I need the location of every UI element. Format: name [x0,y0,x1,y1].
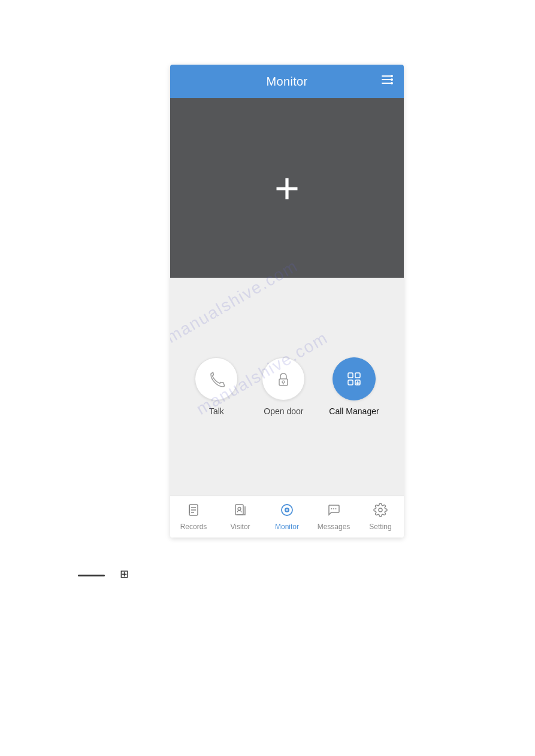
app-header: Monitor [170,65,404,98]
svg-point-19 [286,509,288,511]
setting-icon [373,503,388,521]
call-manager-label: Call Manager [329,406,379,416]
bottom-nav: Records Visitor [170,496,404,538]
nav-monitor[interactable]: Monitor [264,496,310,538]
nav-setting[interactable]: Setting [357,496,404,538]
records-label: Records [180,523,207,531]
svg-rect-15 [235,505,243,515]
messages-icon [327,503,341,521]
monitor-label: Monitor [275,523,299,531]
svg-point-7 [282,381,285,383]
visitor-label: Visitor [230,523,250,531]
bottom-bar-line [78,575,105,576]
monitor-icon [280,503,294,521]
svg-rect-10 [355,373,360,378]
visitor-icon [233,503,247,521]
svg-rect-11 [348,380,353,385]
svg-rect-9 [348,373,353,378]
talk-label: Talk [209,406,224,416]
phone-frame: Monitor + [170,65,404,538]
nav-visitor[interactable]: Visitor [217,496,264,538]
svg-point-20 [331,508,333,509]
page-background: Monitor + [0,0,535,756]
nav-messages[interactable]: Messages [310,496,357,538]
add-device-area[interactable]: + [170,98,404,278]
messages-label: Messages [318,523,350,531]
open-door-button[interactable]: Open door [262,357,305,416]
header-title: Monitor [267,75,308,89]
talk-circle [195,357,238,400]
call-manager-button[interactable]: Call Manager [329,357,379,416]
setting-label: Setting [369,523,391,531]
open-door-label: Open door [264,406,303,416]
svg-point-4 [391,78,393,81]
call-manager-circle [333,357,376,400]
bottom-square-button[interactable]: ⊞ [120,567,132,579]
svg-point-22 [335,508,337,509]
records-icon [186,503,201,521]
svg-point-3 [391,75,393,77]
talk-button[interactable]: Talk [195,357,238,416]
svg-point-5 [391,82,393,84]
svg-point-21 [333,508,334,509]
open-door-circle [262,357,305,400]
actions-area: Talk Open [170,278,404,496]
svg-point-16 [238,508,241,511]
menu-icon[interactable] [380,72,394,90]
action-buttons-row: Talk Open [170,357,404,416]
svg-rect-14 [189,505,190,514]
nav-records[interactable]: Records [170,496,217,538]
add-icon: + [274,166,300,210]
